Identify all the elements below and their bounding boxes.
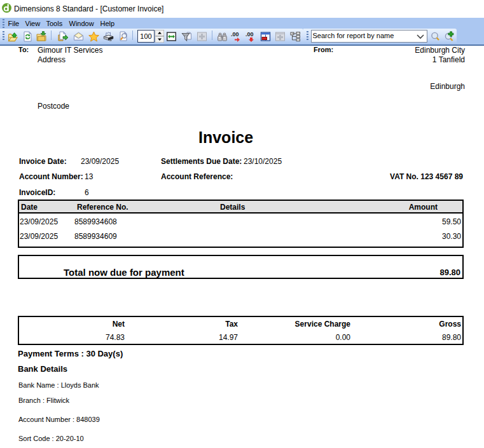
svg-text:.00: .00: [245, 31, 254, 37]
svg-text:.00: .00: [231, 31, 239, 37]
